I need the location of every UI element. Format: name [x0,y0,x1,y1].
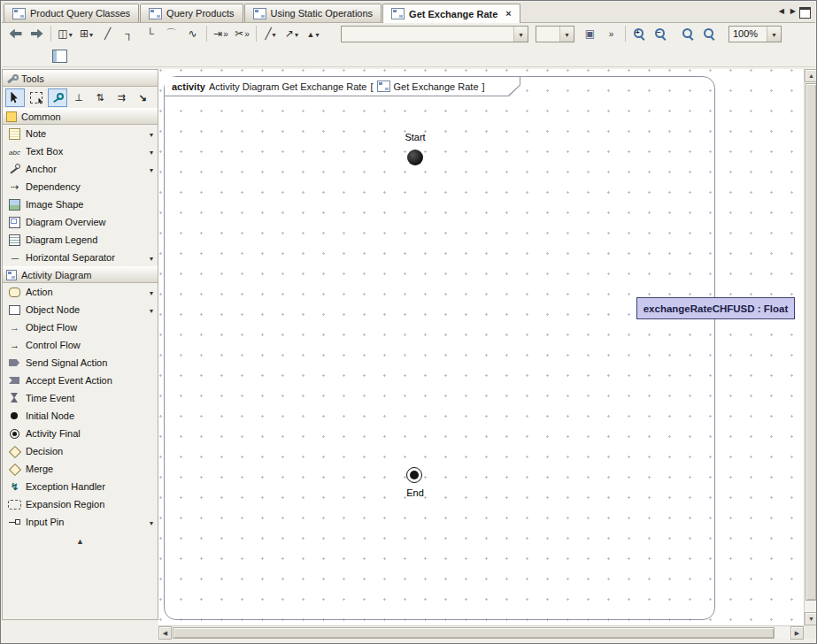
palette-anchor[interactable]: Anchor [3,160,158,178]
tab-get-exchange-rate[interactable]: Get Exchange Rate × [382,4,520,23]
chevron-down-icon[interactable] [295,27,298,40]
horizontal-scroll-thumb[interactable] [173,627,775,639]
palette-diagram-legend[interactable]: Diagram Legend [3,231,158,249]
palette-note[interactable]: Note [3,125,158,142]
break-path-button[interactable] [232,24,252,44]
zoom-out-button[interactable] [651,24,671,44]
fit-in-window-button[interactable] [678,24,698,44]
palette-text-box[interactable]: Text Box [3,142,158,160]
combobox-dropdown-button[interactable] [513,27,528,42]
zoom-in-button[interactable] [629,24,650,44]
object-node-exchange-rate[interactable]: exchangeRateCHFUSD : Float [636,297,795,319]
tab-product-query-classes[interactable]: Product Query Classes [4,4,139,22]
palette-scroll-up-button[interactable]: ▲ [3,534,158,548]
close-icon[interactable]: × [505,9,511,19]
scroll-up-button[interactable]: ▲ [805,69,817,82]
chevron-down-icon[interactable] [150,287,153,297]
vertical-scrollbar[interactable]: ▲ ▼ [804,69,817,625]
palette-decision[interactable]: Decision [3,442,158,460]
palette-initial-node[interactable]: Initial Node [3,407,158,425]
vertical-scroll-thumb[interactable] [805,83,817,601]
rectilinear-path-button[interactable] [119,24,139,44]
section-header-activity-diagram[interactable]: Activity Diagram [3,266,158,283]
insert-shape-icon [585,27,595,40]
chevron-down-icon[interactable] [150,304,153,315]
zoom-level-select[interactable]: 100% [728,26,782,42]
path-end-style-button[interactable] [211,24,231,44]
activity-final-node[interactable] [406,467,422,483]
tab-query-products[interactable]: Query Products [140,4,243,22]
marquee-icon [30,92,42,104]
chevron-down-icon[interactable] [150,128,153,139]
combobox-dropdown-button[interactable] [767,27,781,42]
pointer-tool-button[interactable] [5,88,25,107]
secondary-combobox[interactable] [536,26,574,42]
scroll-left-button[interactable]: ◀ [158,626,172,640]
oblique-path-button[interactable] [97,24,118,44]
initial-node[interactable] [407,150,423,165]
restore-window-icon[interactable] [799,7,811,19]
palette-action[interactable]: Action [3,283,158,301]
spline-path-button[interactable] [182,24,203,44]
diagram-canvas[interactable]: activity Activity Diagram Get Exchange R… [158,69,804,625]
scroll-right-button[interactable]: ▶ [790,626,804,640]
palette-accept-event-action[interactable]: Accept Event Action [3,372,158,389]
palette-merge[interactable]: Merge [3,460,158,478]
overflow-chevron-icon[interactable] [223,27,228,40]
back-button[interactable] [5,24,26,44]
palette-control-flow[interactable]: Control Flow [3,336,158,354]
curved-path-button[interactable] [161,24,181,44]
palette-image-shape[interactable]: Image Shape [3,196,158,213]
chevron-down-icon[interactable] [150,252,153,263]
final-node-label: End [380,487,451,498]
palette-horizontal-separator[interactable]: Horizontal Separator [3,249,158,266]
chevron-down-icon[interactable] [273,27,276,40]
palette-object-node[interactable]: Object Node [3,301,158,318]
scroll-down-button[interactable]: ▼ [805,612,817,625]
palette-time-event[interactable]: Time Event [3,389,158,407]
swimlane-tool-button[interactable] [55,24,75,44]
chevron-down-icon[interactable] [150,517,153,527]
arrow-style-button[interactable] [281,24,302,44]
chevron-down-icon[interactable] [150,164,153,174]
grid-tool-button[interactable] [76,24,96,44]
horizontal-scrollbar[interactable]: ◀ ▶ [158,625,804,639]
swimlane-select-tool-button[interactable] [69,88,89,107]
arrowhead-style-button[interactable] [303,24,323,44]
resize-tool-button[interactable] [133,88,152,107]
chevron-down-icon[interactable] [315,27,319,40]
line-style-button[interactable] [260,24,281,44]
area-select-tool-button[interactable] [27,88,46,107]
section-header-tools[interactable]: Tools [3,70,158,87]
scroll-tabs-right-icon[interactable]: ▶ [790,7,796,15]
align-tool-button[interactable] [90,88,110,107]
palette-activity-final[interactable]: Activity Final [3,425,158,442]
chevron-down-icon[interactable] [150,146,153,157]
section-header-common[interactable]: Common [3,108,158,125]
forward-button[interactable] [27,24,47,44]
quick-connect-tool-button[interactable] [48,88,67,107]
toolbar-overflow-button[interactable] [601,24,621,44]
tab-using-static-operations[interactable]: Using Static Operations [244,4,382,22]
chevron-down-icon[interactable] [89,27,93,40]
overflow-chevron-icon[interactable] [244,27,250,40]
activity-frame[interactable]: activity Activity Diagram Get Exchange R… [164,76,715,620]
zoom-selection-button[interactable] [699,24,720,44]
palette-diagram-overview[interactable]: Diagram Overview [3,213,158,231]
palette-send-signal-action[interactable]: Send Signal Action [3,354,158,372]
element-search-combobox[interactable] [341,26,528,42]
palette-expansion-region[interactable]: Expansion Region [3,495,158,513]
palette-item-label: Activity Final [26,428,158,439]
diagram-frame-header[interactable]: activity Activity Diagram Get Exchange R… [165,77,520,96]
distribute-tool-button[interactable] [112,88,131,107]
palette-input-pin[interactable]: Input Pin [3,513,158,531]
scroll-tabs-left-icon[interactable]: ◀ [779,7,784,15]
chevron-down-icon[interactable] [69,27,73,40]
palette-object-flow[interactable]: Object Flow [3,318,158,336]
structure-view-button[interactable] [50,46,70,66]
palette-exception-handler[interactable]: Exception Handler [3,478,158,495]
insert-shape-button[interactable] [580,24,600,44]
rounded-path-button[interactable] [140,24,160,44]
palette-dependency[interactable]: Dependency [3,178,158,196]
combobox-dropdown-button[interactable] [559,27,574,42]
